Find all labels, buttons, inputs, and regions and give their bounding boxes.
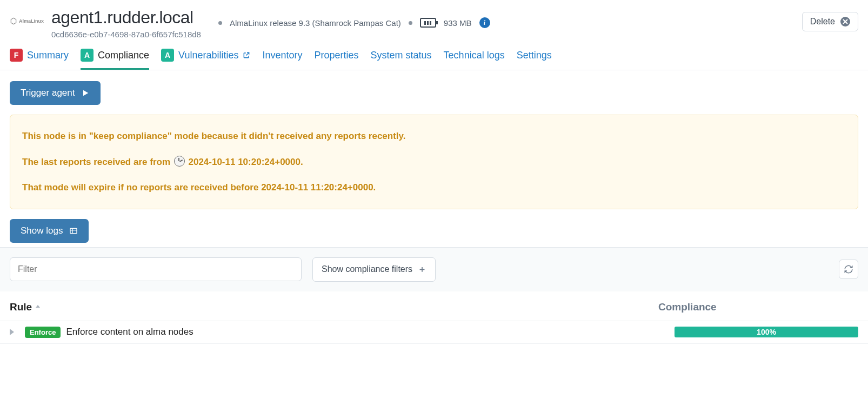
os-logo: AlmaLinux <box>10 17 44 25</box>
table-header: Rule Compliance <box>0 291 868 321</box>
svg-rect-0 <box>70 228 77 233</box>
policy-mode-tag: Enforce <box>25 327 61 338</box>
tab-properties[interactable]: Properties <box>315 50 359 69</box>
sort-asc-icon <box>35 304 41 310</box>
status-dot <box>218 21 222 25</box>
refresh-button[interactable] <box>839 260 858 279</box>
filter-input[interactable] <box>10 257 302 281</box>
alert-line1: This node is in "keep compliance" mode b… <box>22 129 846 143</box>
tab-technical-logs[interactable]: Technical logs <box>444 50 505 69</box>
tabs: F Summary A Compliance A Vulnerabilities… <box>0 39 868 70</box>
refresh-icon <box>844 264 853 274</box>
badge-compliance: A <box>81 49 94 62</box>
col-compliance[interactable]: Compliance <box>658 301 717 313</box>
show-logs-button[interactable]: Show logs <box>10 219 89 243</box>
delete-button[interactable]: Delete <box>802 12 858 31</box>
ram-icon <box>420 18 436 28</box>
external-link-icon <box>243 51 250 59</box>
filter-bar: Show compliance filters ＋ <box>0 247 868 291</box>
tab-inventory[interactable]: Inventory <box>262 50 302 69</box>
col-rule[interactable]: Rule <box>10 301 658 313</box>
show-compliance-filters-button[interactable]: Show compliance filters ＋ <box>312 257 436 282</box>
tab-vulnerabilities[interactable]: A Vulnerabilities <box>161 49 250 70</box>
rule-name: Enforce content on alma nodes <box>66 327 193 337</box>
alert-line3: That mode will expire if no reports are … <box>22 181 846 195</box>
tab-system-status[interactable]: System status <box>371 50 432 69</box>
trigger-agent-button[interactable]: Trigger agent <box>10 81 101 105</box>
node-id: 0cd6636e-e0b7-4698-87a0-6f657fc518d8 <box>51 30 858 39</box>
tab-compliance[interactable]: A Compliance <box>81 49 149 70</box>
expand-caret-icon[interactable] <box>10 329 14 335</box>
compliance-alert: This node is in "keep compliance" mode b… <box>10 115 858 209</box>
table-icon <box>69 227 78 235</box>
clock-icon <box>174 156 185 167</box>
close-icon <box>840 17 850 26</box>
tab-settings[interactable]: Settings <box>517 50 552 69</box>
alert-line2: The last reports received are from 2024-… <box>22 155 846 169</box>
badge-summary: F <box>10 49 23 62</box>
tab-summary[interactable]: F Summary <box>10 49 69 70</box>
plus-icon: ＋ <box>418 264 426 275</box>
separator-dot <box>409 21 412 25</box>
badge-vulnerabilities: A <box>161 49 174 62</box>
table-row[interactable]: Enforce Enforce content on alma nodes 10… <box>0 321 868 344</box>
play-icon <box>81 89 90 97</box>
info-icon[interactable]: i <box>479 17 490 28</box>
ram-value: 933 MB <box>444 18 472 28</box>
os-release: AlmaLinux release 9.3 (Shamrock Pampas C… <box>230 18 401 28</box>
compliance-bar: 100% <box>675 327 858 337</box>
